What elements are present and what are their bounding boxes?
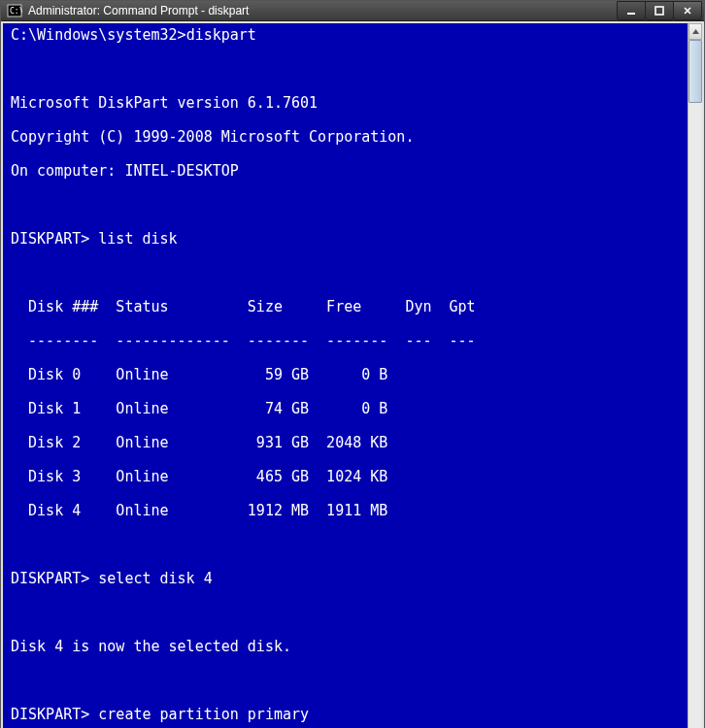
maximize-button[interactable] — [645, 1, 674, 20]
command-prompt-window: C:\ Administrator: Command Prompt - disk… — [0, 0, 705, 728]
console-output[interactable]: C:\Windows\system32>diskpart Microsoft D… — [1, 21, 688, 728]
vertical-scrollbar[interactable] — [688, 21, 704, 728]
copyright-line: Copyright (C) 1999-2008 Microsoft Corpor… — [11, 129, 686, 147]
window-title: Administrator: Command Prompt - diskpart — [28, 4, 618, 17]
svg-text:C:\: C:\ — [10, 7, 22, 16]
scroll-thumb[interactable] — [688, 40, 702, 103]
cmd-select-disk: select disk 4 — [98, 570, 212, 587]
svg-rect-3 — [655, 7, 663, 15]
table-row: Disk 3 Online 465 GB 1024 KB — [11, 469, 686, 486]
minimize-button[interactable] — [617, 1, 646, 20]
table-row: Disk 0 Online 59 GB 0 B — [11, 367, 686, 384]
svg-marker-6 — [692, 29, 699, 34]
version-line: Microsoft DiskPart version 6.1.7601 — [11, 95, 686, 113]
dp-prompt: DISKPART> — [11, 230, 89, 248]
chevron-up-icon — [691, 27, 700, 36]
dp-prompt-line: DISKPART> list disk — [11, 231, 686, 248]
svg-rect-2 — [627, 13, 635, 15]
scroll-track[interactable] — [688, 40, 702, 728]
blank — [11, 673, 686, 690]
blank — [11, 61, 686, 79]
minimize-icon — [626, 6, 636, 16]
blank — [11, 537, 686, 554]
table-row: Disk 1 Online 74 GB 0 B — [11, 401, 686, 418]
blank — [11, 605, 686, 622]
window-controls — [618, 1, 702, 20]
prompt-line: C:\Windows\system32>diskpart — [11, 27, 686, 45]
dp-prompt-line: DISKPART> create partition primary — [11, 707, 686, 724]
titlebar[interactable]: C:\ Administrator: Command Prompt - disk… — [1, 1, 704, 21]
cmd-create-partition: create partition primary — [98, 706, 309, 723]
dp-prompt-line: DISKPART> select disk 4 — [11, 571, 686, 588]
scroll-up-button[interactable] — [688, 23, 702, 40]
blank — [11, 265, 686, 282]
blank — [11, 197, 686, 215]
table-divider: -------- ------------- ------- ------- -… — [11, 333, 686, 350]
table-row: Disk 2 Online 931 GB 2048 KB — [11, 435, 686, 452]
dp-prompt: DISKPART> — [11, 706, 89, 723]
maximize-icon — [655, 6, 664, 16]
table-row: Disk 4 Online 1912 MB 1911 MB — [11, 503, 686, 520]
cmd-diskpart: diskpart — [186, 26, 256, 44]
cmd-list-disk: list disk — [98, 230, 177, 248]
close-button[interactable] — [673, 1, 702, 20]
dp-prompt: DISKPART> — [11, 570, 89, 587]
msg-select: Disk 4 is now the selected disk. — [11, 639, 686, 656]
table-header: Disk ### Status Size Free Dyn Gpt — [11, 299, 686, 316]
cmd-icon: C:\ — [7, 3, 22, 18]
computer-line: On computer: INTEL-DESKTOP — [11, 163, 686, 181]
prompt-path: C:\Windows\system32> — [11, 26, 186, 44]
close-icon — [683, 6, 692, 16]
console-area: C:\Windows\system32>diskpart Microsoft D… — [1, 21, 704, 728]
